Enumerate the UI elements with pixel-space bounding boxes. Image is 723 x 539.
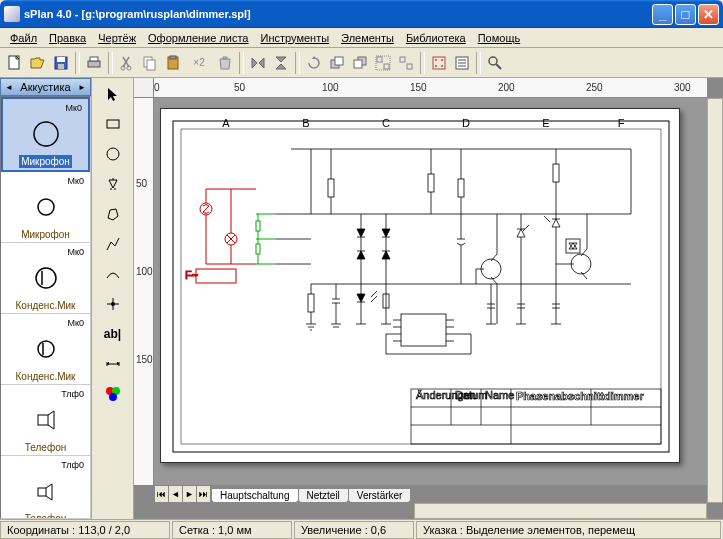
sheet-last-button[interactable]: ⏭ <box>197 486 211 502</box>
sheet-tabs: ⏮ ◄ ► ⏭ Hauptschaltung Netzteil Verstärk… <box>154 485 411 503</box>
svg-rect-87 <box>328 179 334 197</box>
main-toolbar: ×2 <box>0 48 723 78</box>
canvas-area: 0 50 100 150 200 250 300 50 100 150 ABCD… <box>134 78 723 519</box>
svg-line-153 <box>544 216 550 222</box>
sheet-first-button[interactable]: ⏮ <box>155 486 169 502</box>
drawing-page[interactable]: ABCDEF F~ <box>160 108 680 463</box>
vertical-scrollbar[interactable] <box>707 98 723 503</box>
svg-text:D: D <box>462 117 470 129</box>
svg-text:Name: Name <box>485 389 514 401</box>
svg-rect-49 <box>173 121 669 452</box>
close-button[interactable]: ✕ <box>698 4 719 25</box>
svg-point-30 <box>489 57 497 65</box>
line-tool[interactable] <box>101 232 125 256</box>
horizontal-scrollbar[interactable] <box>414 503 707 519</box>
svg-line-146 <box>523 225 529 231</box>
svg-rect-15 <box>354 60 362 68</box>
node-tool[interactable] <box>101 292 125 316</box>
svg-rect-131 <box>458 179 464 197</box>
sheet-prev-button[interactable]: ◄ <box>169 486 183 502</box>
svg-rect-20 <box>407 64 412 69</box>
chevron-left-icon: ◄ <box>5 83 13 92</box>
palette-item[interactable]: Мк0 Микрофон <box>1 97 90 172</box>
svg-text:B: B <box>302 117 309 129</box>
sheet-tab[interactable]: Verstärker <box>348 489 412 503</box>
menu-edit[interactable]: Правка <box>43 30 92 46</box>
curve-tool[interactable] <box>101 262 125 286</box>
ruler-horizontal: 0 50 100 150 200 250 300 <box>154 78 707 98</box>
maximize-button[interactable]: □ <box>675 4 696 25</box>
ungroup-button[interactable] <box>395 52 417 74</box>
svg-line-117 <box>371 296 377 302</box>
menu-help[interactable]: Помощь <box>472 30 527 46</box>
svg-text:E: E <box>542 117 549 129</box>
duplicate-button[interactable]: ×2 <box>185 52 213 74</box>
svg-point-25 <box>441 65 443 67</box>
palette-category-selector[interactable]: ◄ Аккустика ► <box>0 78 91 96</box>
svg-rect-16 <box>377 57 382 62</box>
svg-rect-9 <box>147 60 155 70</box>
svg-point-34 <box>36 268 56 288</box>
menu-tools[interactable]: Инструменты <box>255 30 336 46</box>
menu-drawing[interactable]: Чертёж <box>92 30 142 46</box>
canvas-viewport[interactable]: ABCDEF F~ <box>154 98 707 485</box>
new-button[interactable] <box>4 52 26 74</box>
palette-item[interactable]: Тлф0 Телефон <box>1 385 90 456</box>
flip-h-button[interactable] <box>247 52 269 74</box>
polygon-tool[interactable] <box>101 202 125 226</box>
svg-text:F: F <box>618 117 625 129</box>
svg-point-23 <box>441 59 443 61</box>
snap-button[interactable] <box>428 52 450 74</box>
svg-rect-13 <box>335 57 343 65</box>
svg-point-36 <box>38 341 54 357</box>
menu-file[interactable]: Файл <box>4 30 43 46</box>
form-button[interactable] <box>451 52 473 74</box>
sheet-tab[interactable]: Netzteil <box>298 489 349 503</box>
svg-rect-148 <box>553 164 559 182</box>
palette-item[interactable]: Мк0 Микрофон <box>1 172 90 243</box>
circle-tool[interactable] <box>101 142 125 166</box>
ruler-vertical: 50 100 150 <box>134 98 154 485</box>
bring-front-button[interactable] <box>326 52 348 74</box>
svg-line-31 <box>496 64 501 69</box>
sheet-next-button[interactable]: ► <box>183 486 197 502</box>
menu-library[interactable]: Библиотека <box>400 30 472 46</box>
delete-button[interactable] <box>214 52 236 74</box>
svg-rect-38 <box>38 415 48 425</box>
minimize-button[interactable]: _ <box>652 4 673 25</box>
dimension-tool[interactable] <box>101 352 125 376</box>
svg-rect-18 <box>376 56 390 70</box>
print-button[interactable] <box>83 52 105 74</box>
svg-rect-72 <box>256 221 260 231</box>
app-icon <box>4 6 20 22</box>
svg-rect-19 <box>400 57 405 62</box>
send-back-button[interactable] <box>349 52 371 74</box>
svg-rect-40 <box>107 120 119 128</box>
text-tool[interactable]: ab| <box>101 322 125 346</box>
palette-item[interactable]: Мк0 Конденс.Мик <box>1 243 90 314</box>
menu-elements[interactable]: Элементы <box>335 30 400 46</box>
svg-rect-75 <box>256 244 260 254</box>
statusbar: Координаты : 113,0 / 2,0 Сетка : 1,0 мм … <box>0 519 723 539</box>
color-tool[interactable] <box>101 382 125 406</box>
copy-button[interactable] <box>139 52 161 74</box>
pointer-tool[interactable] <box>101 82 125 106</box>
open-button[interactable] <box>27 52 49 74</box>
sheet-tab[interactable]: Hauptschaltung <box>211 489 299 503</box>
rotate-button[interactable] <box>303 52 325 74</box>
flip-v-button[interactable] <box>270 52 292 74</box>
status-coords: Координаты : 113,0 / 2,0 <box>0 521 170 539</box>
palette-item[interactable]: Мк0 Конденс.Мик <box>1 314 90 385</box>
cut-button[interactable] <box>116 52 138 74</box>
rect-tool[interactable] <box>101 112 125 136</box>
save-button[interactable] <box>50 52 72 74</box>
svg-text:Phasenabschnittdimmer: Phasenabschnittdimmer <box>516 390 644 402</box>
svg-rect-128 <box>428 174 434 192</box>
palette-item[interactable]: Тлф0 Телефон <box>1 456 90 519</box>
window-title: sPlan 4.0 - [g:\program\rusplan\dimmer.s… <box>24 8 652 20</box>
paste-button[interactable] <box>162 52 184 74</box>
zoom-button[interactable] <box>484 52 506 74</box>
group-button[interactable] <box>372 52 394 74</box>
special-tool[interactable] <box>101 172 125 196</box>
menu-page-layout[interactable]: Оформление листа <box>142 30 254 46</box>
